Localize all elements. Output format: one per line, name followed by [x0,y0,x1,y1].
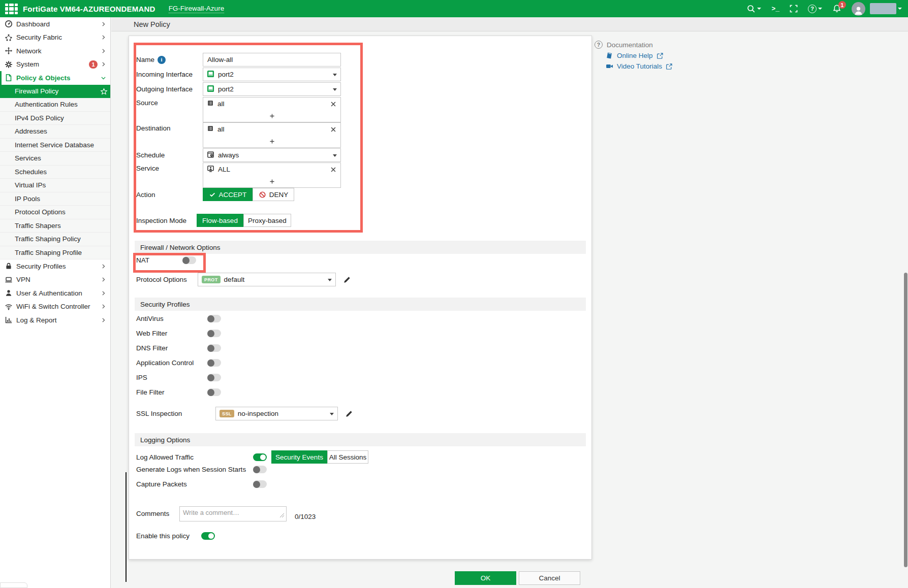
deny-icon [259,191,266,199]
sidebar-item-wifi-switch-controller[interactable]: WiFi & Switch Controller [0,300,110,314]
policy-name-input[interactable] [203,53,341,67]
protocol-options-select[interactable]: PROT default [198,273,336,286]
log-allowed-traffic-toggle[interactable] [253,453,267,461]
sidebar-item-system[interactable]: System 1 [0,58,110,72]
star-icon[interactable] [100,88,107,94]
destination-add-button[interactable] [203,136,340,147]
sidebar-item-protocol-options[interactable]: Protocol Options [0,206,110,219]
laptop-icon [5,276,13,284]
sidebar-item-authentication-rules[interactable]: Authentication Rules [0,98,110,112]
ips-toggle[interactable] [207,374,221,381]
schedule-value: always [218,151,239,159]
hostname-link[interactable]: FG-Firewall-Azure [169,5,225,13]
sidebar-item-services[interactable]: Services [0,152,110,166]
remove-icon[interactable] [330,166,337,173]
ok-button[interactable]: OK [455,571,516,585]
remove-icon[interactable] [330,126,337,133]
sidebar-item-internet-service-database[interactable]: Internet Service Database [0,139,110,152]
all-sessions-button[interactable]: All Sessions [327,450,368,464]
security-events-button[interactable]: Security Events [271,450,327,464]
info-icon[interactable]: i [158,56,166,64]
sidebar-item-ip-pools[interactable]: IP Pools [0,192,110,206]
sidebar-item-security-fabric[interactable]: Security Fabric [0,31,110,45]
comments-textarea[interactable] [179,506,287,521]
sidebar-item-traffic-shaping-profile[interactable]: Traffic Shaping Profile [0,246,110,260]
schedule-select[interactable]: always [203,148,341,162]
service-row: Service ALL [129,162,591,188]
person-icon [853,5,864,16]
capture-packets-row: Capture Packets [129,480,591,488]
sidebar-item-ipv4-dos-policy[interactable]: IPv4 DoS Policy [0,112,110,125]
sidebar-scrollbar-thumb[interactable] [126,472,127,582]
log-allowed-traffic-row: Log Allowed Traffic Security Events All … [129,450,591,464]
source-box: all [203,97,341,122]
search-icon [746,4,756,13]
sidebar-item-firewall-policy[interactable]: Firewall Policy [0,85,110,99]
online-help-link[interactable]: Online Help [606,52,752,59]
help-icon: ? [808,5,817,13]
video-tutorials-link[interactable]: Video Tutorials [606,62,752,70]
ssl-inspection-label: SSL Inspection [129,410,203,417]
sidebar-item-addresses[interactable]: Addresses [0,125,110,139]
edit-pencil-icon[interactable] [343,276,351,284]
incoming-interface-select[interactable]: port2 [203,68,341,81]
incoming-interface-value: port2 [218,71,234,78]
enable-policy-toggle[interactable] [201,532,215,540]
generate-logs-toggle[interactable] [253,466,267,473]
fullscreen-button[interactable] [790,5,798,13]
sidebar-item-policy-objects[interactable]: Policy & Objects [0,71,110,85]
remove-icon[interactable] [330,101,337,108]
file-filter-row: File Filter [129,388,591,396]
user-menu[interactable] [852,2,902,16]
notifications-button[interactable]: 1 [832,4,841,13]
bar-chart-icon [5,316,13,324]
chevron-right-icon [100,276,107,283]
search-button[interactable] [746,4,761,13]
protocol-options-label: Protocol Options [129,276,203,283]
web-filter-toggle[interactable] [207,330,221,337]
application-control-toggle[interactable] [207,359,221,367]
flow-based-button[interactable]: Flow-based [197,214,243,227]
source-add-button[interactable] [203,110,340,122]
wifi-icon [5,303,13,311]
sidebar-item-security-profiles[interactable]: Security Profiles [0,259,110,273]
section-firewall-network-options: Firewall / Network Options [135,241,586,254]
edit-pencil-icon[interactable] [345,410,353,418]
sidebar-item-virtual-ips[interactable]: Virtual IPs [0,179,110,192]
antivirus-toggle[interactable] [207,315,221,322]
sidebar-item-dashboard[interactable]: Dashboard [0,17,110,31]
capture-packets-toggle[interactable] [253,480,267,488]
enable-policy-row: Enable this policy [129,532,591,540]
service-entry[interactable]: ALL [203,163,340,176]
destination-entry[interactable]: all [203,123,340,136]
help-button[interactable]: ? [808,5,822,13]
action-row: Action ACCEPT DENY [129,188,591,201]
dns-filter-toggle[interactable] [207,344,221,352]
chevron-right-icon [100,61,107,68]
cancel-button[interactable]: Cancel [519,571,580,585]
device-title: FortiGate VM64-AZUREONDEMAND [23,5,155,13]
sidebar-item-vpn[interactable]: VPN [0,273,110,287]
ssl-inspection-row: SSL Inspection SSL no-inspection [129,407,591,420]
web-filter-label: Web Filter [129,330,207,337]
sidebar-item-log-report[interactable]: Log & Report [0,313,110,327]
ssl-inspection-select[interactable]: SSL no-inspection [215,407,338,420]
nat-toggle[interactable] [182,256,196,264]
gauge-icon [5,20,13,28]
generate-logs-row: Generate Logs when Session Starts [129,466,591,473]
outgoing-interface-select[interactable]: port2 [203,82,341,96]
service-add-button[interactable] [203,176,340,187]
cli-console-button[interactable]: >_ [771,5,779,13]
sidebar-item-user-authentication[interactable]: User & Authentication [0,286,110,300]
accept-button[interactable]: ACCEPT [203,188,253,201]
avatar [852,2,865,16]
sidebar-item-network[interactable]: Network [0,44,110,58]
source-entry[interactable]: all [203,97,340,110]
deny-button[interactable]: DENY [253,188,294,201]
sidebar-item-schedules[interactable]: Schedules [0,166,110,179]
sidebar-item-traffic-shapers[interactable]: Traffic Shapers [0,219,110,233]
file-filter-toggle[interactable] [207,388,221,396]
proxy-based-button[interactable]: Proxy-based [243,214,291,227]
sidebar-item-traffic-shaping-policy[interactable]: Traffic Shaping Policy [0,233,110,246]
main-scrollbar-thumb[interactable] [904,273,907,567]
